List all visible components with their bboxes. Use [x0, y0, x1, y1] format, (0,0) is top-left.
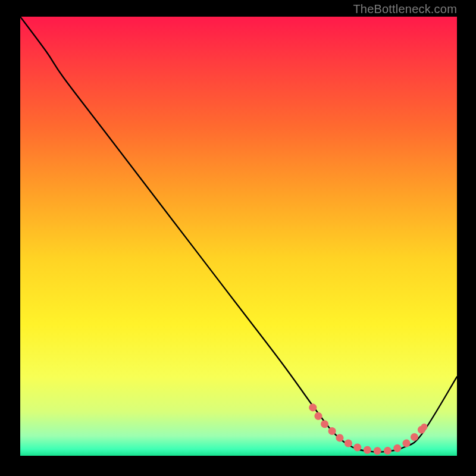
chart-svg	[20, 17, 457, 456]
svg-point-1	[421, 424, 427, 430]
chart-stage: TheBottleneck.com	[0, 0, 476, 476]
gradient-background	[20, 17, 457, 456]
plot-area	[20, 17, 457, 456]
svg-point-0	[309, 404, 316, 411]
watermark-text: TheBottleneck.com	[353, 2, 457, 16]
